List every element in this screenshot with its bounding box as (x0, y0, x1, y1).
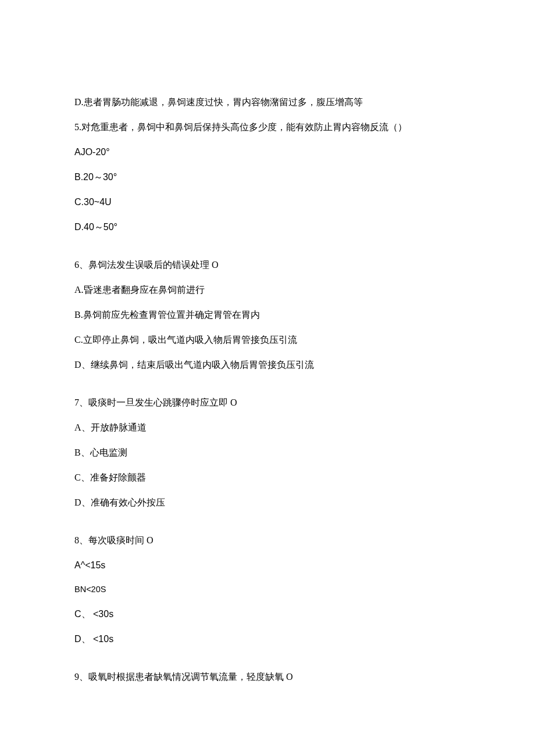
q5-stem: 5.对危重患者，鼻饲中和鼻饲后保持头高位多少度，能有效防止胃内容物反流（） (74, 120, 461, 134)
q5-option-b: B.20～30° (74, 170, 461, 184)
q6-option-c: C.立即停止鼻饲，吸出气道内吸入物后胃管接负压引流 (74, 333, 461, 347)
q5-option-c: C.30~4U (74, 195, 461, 209)
q7-stem: 7、吸痰时一旦发生心跳骤停时应立即 O (74, 396, 461, 410)
q6-option-d: D、继续鼻饲，结束后吸出气道内吸入物后胃管接负压引流 (74, 358, 461, 372)
q8-option-d: D、 <10s (74, 632, 461, 646)
q6-stem: 6、鼻饲法发生误吸后的错误处理 O (74, 258, 461, 272)
q9-stem: 9、吸氧时根据患者缺氧情况调节氧流量，轻度缺氧 O (74, 670, 461, 684)
q7-option-b: B、心电监测 (74, 446, 461, 460)
q5-option-d: D.40～50° (74, 220, 461, 234)
q7-option-d: D、准确有效心外按压 (74, 496, 461, 510)
q7-option-c: C、准备好除颤器 (74, 471, 461, 485)
spacer (74, 245, 461, 258)
q7-option-a: A、开放静脉通道 (74, 421, 461, 435)
q5-option-a: AJO-20° (74, 145, 461, 159)
spacer (74, 383, 461, 396)
spacer (74, 657, 461, 670)
document-page: D.患者胃肠功能减退，鼻饲速度过快，胃内容物潴留过多，腹压增高等 5.对危重患者… (0, 0, 535, 747)
q6-option-a: A.昏迷患者翻身应在鼻饲前进行 (74, 283, 461, 297)
q8-option-b: BN<20S (74, 583, 461, 596)
q4-option-d: D.患者胃肠功能减退，鼻饲速度过快，胃内容物潴留过多，腹压增高等 (74, 95, 461, 109)
q8-option-c: C、 <30s (74, 607, 461, 621)
spacer (74, 521, 461, 533)
q6-option-b: B.鼻饲前应先检查胃管位置并确定胃管在胃内 (74, 308, 461, 322)
q8-option-a: A^<15s (74, 558, 461, 572)
q8-stem: 8、每次吸痰时间 O (74, 533, 461, 547)
